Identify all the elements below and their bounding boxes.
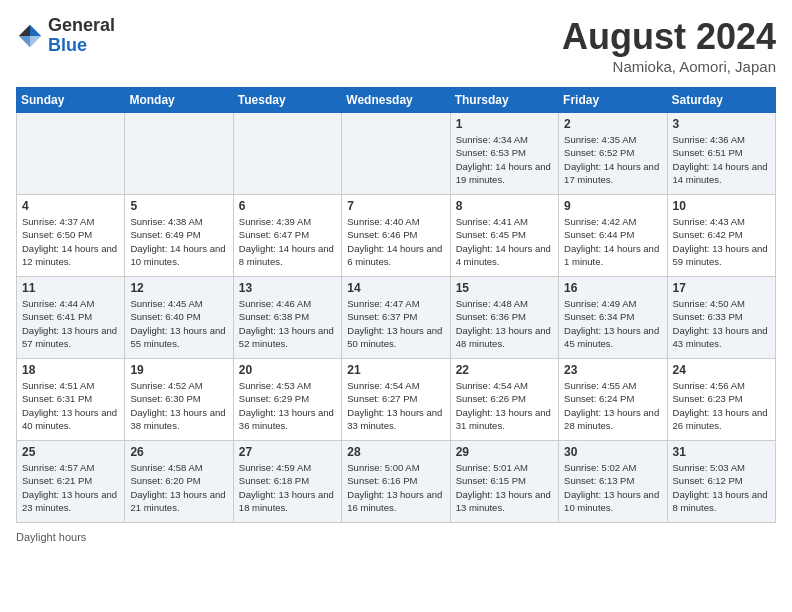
legend: Daylight hours [16,531,776,543]
calendar-cell: 31Sunrise: 5:03 AM Sunset: 6:12 PM Dayli… [667,441,775,523]
svg-marker-2 [19,36,30,47]
day-number: 18 [22,363,119,377]
calendar-cell: 20Sunrise: 4:53 AM Sunset: 6:29 PM Dayli… [233,359,341,441]
header-row: SundayMondayTuesdayWednesdayThursdayFrid… [17,88,776,113]
day-info: Sunrise: 4:37 AM Sunset: 6:50 PM Dayligh… [22,215,119,268]
day-number: 23 [564,363,661,377]
day-number: 12 [130,281,227,295]
day-number: 16 [564,281,661,295]
day-number: 2 [564,117,661,131]
day-number: 8 [456,199,553,213]
day-number: 26 [130,445,227,459]
calendar-cell: 23Sunrise: 4:55 AM Sunset: 6:24 PM Dayli… [559,359,667,441]
daylight-hours-label: Daylight hours [16,531,86,543]
day-header-thursday: Thursday [450,88,558,113]
calendar-cell: 3Sunrise: 4:36 AM Sunset: 6:51 PM Daylig… [667,113,775,195]
day-number: 7 [347,199,444,213]
calendar-cell: 5Sunrise: 4:38 AM Sunset: 6:49 PM Daylig… [125,195,233,277]
calendar-cell [342,113,450,195]
day-info: Sunrise: 4:46 AM Sunset: 6:38 PM Dayligh… [239,297,336,350]
calendar-title: August 2024 [562,16,776,58]
day-info: Sunrise: 4:57 AM Sunset: 6:21 PM Dayligh… [22,461,119,514]
calendar-cell [233,113,341,195]
calendar-cell: 28Sunrise: 5:00 AM Sunset: 6:16 PM Dayli… [342,441,450,523]
day-info: Sunrise: 4:40 AM Sunset: 6:46 PM Dayligh… [347,215,444,268]
day-number: 4 [22,199,119,213]
day-number: 14 [347,281,444,295]
day-number: 19 [130,363,227,377]
day-info: Sunrise: 4:49 AM Sunset: 6:34 PM Dayligh… [564,297,661,350]
week-row-3: 11Sunrise: 4:44 AM Sunset: 6:41 PM Dayli… [17,277,776,359]
day-info: Sunrise: 4:54 AM Sunset: 6:26 PM Dayligh… [456,379,553,432]
day-number: 20 [239,363,336,377]
day-info: Sunrise: 4:48 AM Sunset: 6:36 PM Dayligh… [456,297,553,350]
day-number: 22 [456,363,553,377]
svg-marker-3 [30,36,41,47]
day-info: Sunrise: 4:58 AM Sunset: 6:20 PM Dayligh… [130,461,227,514]
day-number: 24 [673,363,770,377]
svg-marker-1 [19,25,30,36]
day-info: Sunrise: 5:03 AM Sunset: 6:12 PM Dayligh… [673,461,770,514]
day-number: 9 [564,199,661,213]
logo-general: General [48,16,115,36]
week-row-2: 4Sunrise: 4:37 AM Sunset: 6:50 PM Daylig… [17,195,776,277]
day-info: Sunrise: 4:39 AM Sunset: 6:47 PM Dayligh… [239,215,336,268]
day-number: 6 [239,199,336,213]
day-info: Sunrise: 5:00 AM Sunset: 6:16 PM Dayligh… [347,461,444,514]
day-info: Sunrise: 4:42 AM Sunset: 6:44 PM Dayligh… [564,215,661,268]
day-header-monday: Monday [125,88,233,113]
day-info: Sunrise: 5:02 AM Sunset: 6:13 PM Dayligh… [564,461,661,514]
day-info: Sunrise: 4:52 AM Sunset: 6:30 PM Dayligh… [130,379,227,432]
day-info: Sunrise: 4:50 AM Sunset: 6:33 PM Dayligh… [673,297,770,350]
day-header-saturday: Saturday [667,88,775,113]
day-info: Sunrise: 4:59 AM Sunset: 6:18 PM Dayligh… [239,461,336,514]
day-number: 5 [130,199,227,213]
calendar-cell: 12Sunrise: 4:45 AM Sunset: 6:40 PM Dayli… [125,277,233,359]
day-number: 31 [673,445,770,459]
calendar-cell: 26Sunrise: 4:58 AM Sunset: 6:20 PM Dayli… [125,441,233,523]
day-header-friday: Friday [559,88,667,113]
day-info: Sunrise: 4:53 AM Sunset: 6:29 PM Dayligh… [239,379,336,432]
week-row-5: 25Sunrise: 4:57 AM Sunset: 6:21 PM Dayli… [17,441,776,523]
day-number: 27 [239,445,336,459]
calendar-cell: 10Sunrise: 4:43 AM Sunset: 6:42 PM Dayli… [667,195,775,277]
calendar-cell: 4Sunrise: 4:37 AM Sunset: 6:50 PM Daylig… [17,195,125,277]
day-number: 13 [239,281,336,295]
day-info: Sunrise: 4:35 AM Sunset: 6:52 PM Dayligh… [564,133,661,186]
day-info: Sunrise: 4:54 AM Sunset: 6:27 PM Dayligh… [347,379,444,432]
calendar-cell: 21Sunrise: 4:54 AM Sunset: 6:27 PM Dayli… [342,359,450,441]
calendar-cell: 14Sunrise: 4:47 AM Sunset: 6:37 PM Dayli… [342,277,450,359]
calendar-location: Namioka, Aomori, Japan [562,58,776,75]
logo-blue: Blue [48,36,115,56]
day-header-tuesday: Tuesday [233,88,341,113]
day-number: 11 [22,281,119,295]
calendar-cell: 24Sunrise: 4:56 AM Sunset: 6:23 PM Dayli… [667,359,775,441]
logo-text: General Blue [48,16,115,56]
day-info: Sunrise: 4:43 AM Sunset: 6:42 PM Dayligh… [673,215,770,268]
day-number: 1 [456,117,553,131]
logo: General Blue [16,16,115,56]
calendar-cell: 2Sunrise: 4:35 AM Sunset: 6:52 PM Daylig… [559,113,667,195]
day-number: 17 [673,281,770,295]
day-info: Sunrise: 4:51 AM Sunset: 6:31 PM Dayligh… [22,379,119,432]
calendar-cell: 16Sunrise: 4:49 AM Sunset: 6:34 PM Dayli… [559,277,667,359]
calendar-table: SundayMondayTuesdayWednesdayThursdayFrid… [16,87,776,523]
day-info: Sunrise: 4:38 AM Sunset: 6:49 PM Dayligh… [130,215,227,268]
day-info: Sunrise: 4:55 AM Sunset: 6:24 PM Dayligh… [564,379,661,432]
calendar-cell: 27Sunrise: 4:59 AM Sunset: 6:18 PM Dayli… [233,441,341,523]
day-number: 15 [456,281,553,295]
day-number: 29 [456,445,553,459]
calendar-cell: 18Sunrise: 4:51 AM Sunset: 6:31 PM Dayli… [17,359,125,441]
calendar-cell: 9Sunrise: 4:42 AM Sunset: 6:44 PM Daylig… [559,195,667,277]
calendar-cell: 30Sunrise: 5:02 AM Sunset: 6:13 PM Dayli… [559,441,667,523]
day-number: 3 [673,117,770,131]
day-number: 25 [22,445,119,459]
calendar-cell [125,113,233,195]
day-info: Sunrise: 4:47 AM Sunset: 6:37 PM Dayligh… [347,297,444,350]
day-number: 30 [564,445,661,459]
calendar-cell: 6Sunrise: 4:39 AM Sunset: 6:47 PM Daylig… [233,195,341,277]
calendar-cell: 1Sunrise: 4:34 AM Sunset: 6:53 PM Daylig… [450,113,558,195]
day-info: Sunrise: 4:41 AM Sunset: 6:45 PM Dayligh… [456,215,553,268]
calendar-cell: 13Sunrise: 4:46 AM Sunset: 6:38 PM Dayli… [233,277,341,359]
day-number: 10 [673,199,770,213]
